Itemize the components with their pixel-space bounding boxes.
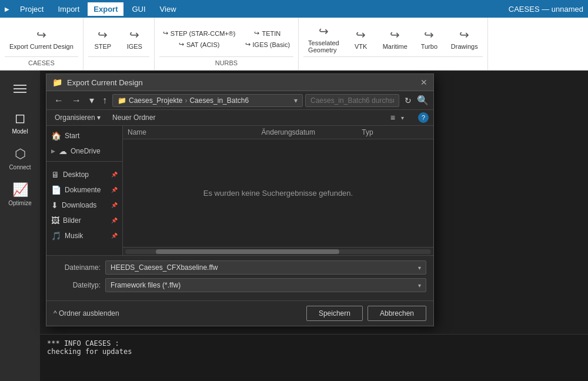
search-icon[interactable]: 🔍 — [417, 95, 429, 106]
view-dropdown-icon[interactable]: ▾ — [401, 115, 404, 121]
dialog-actions: ^ Ordner ausblenden Speichern Abbrechen — [46, 300, 433, 326]
hamburger-menu[interactable] — [8, 76, 32, 101]
top-bar: ▶ Project Import Export GUI View CAESES … — [0, 0, 588, 18]
nav-project[interactable]: Project — [14, 2, 49, 16]
dialog-close-btn[interactable]: ✕ — [420, 78, 427, 87]
ribbon-nurbs-section: ↪ STEP (STAR-CCM+®) ↪ SAT (ACIS) ↪ TETIN… — [155, 18, 299, 70]
iges-basic-btn[interactable]: ↪ IGES (Basic) — [242, 39, 294, 49]
dialog-toolbar: Organisieren ▾ Neuer Ordner ≡ ▾ ? — [46, 110, 433, 126]
scrollbar-track[interactable] — [125, 249, 431, 254]
maritime-btn[interactable]: ↪ Maritime — [378, 25, 412, 52]
path-dropdown-arrow[interactable]: ▾ — [294, 96, 298, 105]
optimize-icon: 📈 — [12, 182, 28, 198]
start-icon: 🏠 — [51, 131, 61, 141]
new-folder-btn[interactable]: Neuer Ordner — [109, 112, 159, 123]
filename-input[interactable]: HEEDS_Caeses_CFXbaseline.ffw ▾ — [105, 260, 426, 275]
back-btn[interactable]: ← — [51, 94, 66, 107]
nurbs-section-label: NURBS — [159, 56, 293, 66]
nav-item-musik[interactable]: 🎵 Musik 📌 — [46, 228, 122, 243]
help-btn[interactable]: ? — [418, 112, 429, 123]
nav-export[interactable]: Export — [88, 2, 123, 16]
iges-basic-icon: ↪ — [245, 41, 250, 48]
sidebar-model-label: Model — [12, 128, 28, 135]
nav-musik-label: Musik — [65, 232, 83, 240]
sat-acis-icon: ↪ — [179, 41, 184, 48]
tesselated-icon: ↪ — [319, 24, 329, 38]
sidebar-item-model[interactable]: ◻ Model — [0, 106, 40, 139]
top-arrow: ▶ — [5, 6, 9, 12]
filename-dropdown-arrow: ▾ — [418, 265, 421, 271]
nav-view[interactable]: View — [154, 2, 182, 16]
filename-value: HEEDS_Caeses_CFXbaseline.ffw — [111, 263, 218, 272]
sidebar-item-optimize[interactable]: 📈 Optimize — [0, 178, 40, 211]
step-section-label — [88, 56, 149, 66]
step-label: STEP — [94, 43, 111, 50]
scrollbar-area[interactable] — [123, 247, 433, 255]
save-button[interactable]: Speichern — [306, 306, 363, 321]
path-part-1: Caeses_Projekte — [129, 96, 182, 105]
turbo-btn[interactable]: ↪ Turbo — [415, 25, 444, 52]
nav-dokumente-label: Dokumente — [65, 186, 101, 194]
downloads-icon: ⬇ — [51, 200, 58, 210]
tesselated-label: TesselatedGeometry — [308, 39, 339, 54]
vtk-btn[interactable]: ↪ VTK — [346, 25, 376, 52]
nav-import[interactable]: Import — [52, 2, 85, 16]
address-path[interactable]: 📁 Caeses_Projekte › Caeses_in_Batch6 ▾ — [112, 94, 303, 107]
view-toggle-btn[interactable]: ≡ — [390, 113, 395, 122]
step-star-label: STEP (STAR-CCM+®) — [171, 30, 236, 37]
nav-item-bilder[interactable]: 🖼 Bilder 📌 — [46, 213, 122, 228]
onedrive-icon: ☁ — [59, 146, 67, 156]
nav-item-start[interactable]: 🏠 Start — [46, 128, 122, 143]
scrollbar-thumb[interactable] — [156, 249, 339, 254]
dialog-titlebar: 📁 Export Current Design ✕ — [46, 74, 433, 91]
file-list-header: Name Änderungsdatum Typ — [123, 126, 433, 139]
nav-item-downloads[interactable]: ⬇ Downloads 📌 — [46, 198, 122, 213]
tesselated-btn[interactable]: ↪ TesselatedGeometry — [303, 22, 344, 56]
bilder-pin: 📌 — [111, 218, 118, 223]
step-icon: ↪ — [98, 28, 108, 42]
content-area: N... ▾ ◀ ▶ ✕ 📁 Export Current Design ✕ ←… — [40, 71, 588, 381]
step-star-btn[interactable]: ↪ STEP (STAR-CCM+®) — [159, 28, 239, 38]
tetin-btn[interactable]: ↪ TETIN — [242, 28, 294, 38]
col-name-header: Name — [128, 128, 262, 136]
ribbon: ↪ Export Current Design CAESES ↪ STEP ↪ … — [0, 18, 588, 71]
folder-icon-addr: 📁 — [118, 96, 126, 105]
nav-gui[interactable]: GUI — [126, 2, 151, 16]
filetype-value: Framework files (*.ffw) — [111, 281, 181, 289]
drawings-label: Drawings — [451, 43, 478, 50]
filetype-row: Dateityp: Framework files (*.ffw) ▾ — [54, 278, 426, 292]
more-section-label — [303, 56, 483, 66]
up-btn[interactable]: ↑ — [99, 94, 110, 107]
col-type-header: Typ — [362, 128, 429, 136]
nav-downloads-label: Downloads — [62, 201, 96, 209]
export-current-design-btn[interactable]: ↪ Export Current Design — [5, 25, 78, 52]
dialog-fields: Dateiname: HEEDS_Caeses_CFXbaseline.ffw … — [46, 255, 433, 300]
organize-btn[interactable]: Organisieren ▾ — [51, 112, 104, 123]
file-list-body: Es wurden keine Suchergebnisse gefunden. — [123, 139, 433, 247]
filetype-input[interactable]: Framework files (*.ffw) ▾ — [105, 278, 426, 292]
export-icon: ↪ — [36, 28, 46, 42]
forward-btn[interactable]: → — [69, 94, 84, 107]
path-part-2: Caeses_in_Batch6 — [189, 96, 249, 105]
nav-item-dokumente[interactable]: 📄 Dokumente 📌 — [46, 182, 122, 198]
filename-row: Dateiname: HEEDS_Caeses_CFXbaseline.ffw … — [54, 260, 426, 275]
sidebar-item-connect[interactable]: ⬡ Connect — [0, 142, 40, 175]
drawings-btn[interactable]: ↪ Drawings — [446, 25, 483, 52]
iges-basic-label: IGES (Basic) — [253, 41, 290, 48]
tetin-icon: ↪ — [254, 29, 259, 37]
drawings-icon: ↪ — [459, 28, 469, 42]
sat-acis-btn[interactable]: ↪ SAT (ACIS) — [159, 39, 239, 49]
iges-btn[interactable]: ↪ IGES — [120, 25, 149, 52]
nav-bilder-label: Bilder — [63, 216, 81, 225]
dropdown-btn[interactable]: ▾ — [86, 93, 97, 107]
desktop-pin: 📌 — [111, 172, 118, 178]
nav-item-desktop[interactable]: 🖥 Desktop 📌 — [46, 167, 122, 182]
cancel-button[interactable]: Abbrechen — [368, 306, 426, 321]
nav-item-onedrive[interactable]: ▶ ☁ OneDrive — [46, 143, 122, 159]
vtk-icon: ↪ — [356, 28, 366, 42]
toggle-folder-btn[interactable]: ^ Ordner ausblenden — [54, 309, 119, 317]
step-btn[interactable]: ↪ STEP — [88, 25, 118, 52]
desktop-icon: 🖥 — [51, 170, 59, 179]
search-input[interactable] — [305, 94, 399, 107]
refresh-btn[interactable]: ↻ — [402, 95, 415, 106]
